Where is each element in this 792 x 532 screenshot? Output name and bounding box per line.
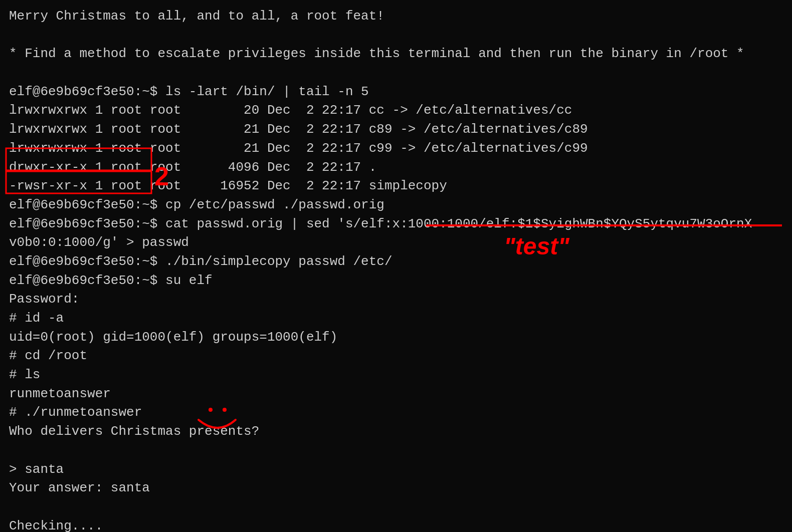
line-10: -rwsr-xr-x 1 root root 16952 Dec 2 22:17… <box>9 177 783 196</box>
line-16: Password: <box>9 290 783 309</box>
line-14: elf@6e9b69cf3e50:~$ ./bin/simplecopy pas… <box>9 252 783 272</box>
line-6: lrwxrwxrwx 1 root root 20 Dec 2 22:17 cc… <box>9 101 783 120</box>
line-3: * Find a method to escalate privileges i… <box>9 45 783 64</box>
line-20: # ls <box>9 366 783 385</box>
line-12: elf@6e9b69cf3e50:~$ cat passwd.orig | se… <box>9 215 783 234</box>
line-19: # cd /root <box>9 347 783 366</box>
line-15: elf@6e9b69cf3e50:~$ su elf <box>9 272 783 291</box>
line-22: # ./runmetoanswer <box>9 403 783 422</box>
line-1: Merry Christmas to all, and to all, a ro… <box>9 7 783 26</box>
line-23: Who delivers Christmas presents? <box>9 422 783 441</box>
line-11: elf@6e9b69cf3e50:~$ cp /etc/passwd ./pas… <box>9 196 783 215</box>
terminal-window: Merry Christmas to all, and to all, a ro… <box>0 0 792 532</box>
line-8: lrwxrwxrwx 1 root root 21 Dec 2 22:17 c9… <box>9 139 783 158</box>
line-24 <box>9 441 783 460</box>
line-13: v0b0:0:1000/g' > passwd <box>9 233 783 252</box>
line-7: lrwxrwxrwx 1 root root 21 Dec 2 22:17 c8… <box>9 120 783 139</box>
line-25: > santa <box>9 460 783 479</box>
line-18: uid=0(root) gid=1000(elf) groups=1000(el… <box>9 328 783 347</box>
line-21: runmetoanswer <box>9 385 783 404</box>
line-27 <box>9 498 783 517</box>
line-17: # id -a <box>9 309 783 328</box>
line-28: Checking.... <box>9 517 783 532</box>
line-9: drwxr-xr-x 1 root root 4096 Dec 2 22:17 … <box>9 158 783 177</box>
line-4 <box>9 64 783 83</box>
line-2 <box>9 26 783 45</box>
line-26: Your answer: santa <box>9 479 783 498</box>
line-5: elf@6e9b69cf3e50:~$ ls -lart /bin/ | tai… <box>9 83 783 102</box>
